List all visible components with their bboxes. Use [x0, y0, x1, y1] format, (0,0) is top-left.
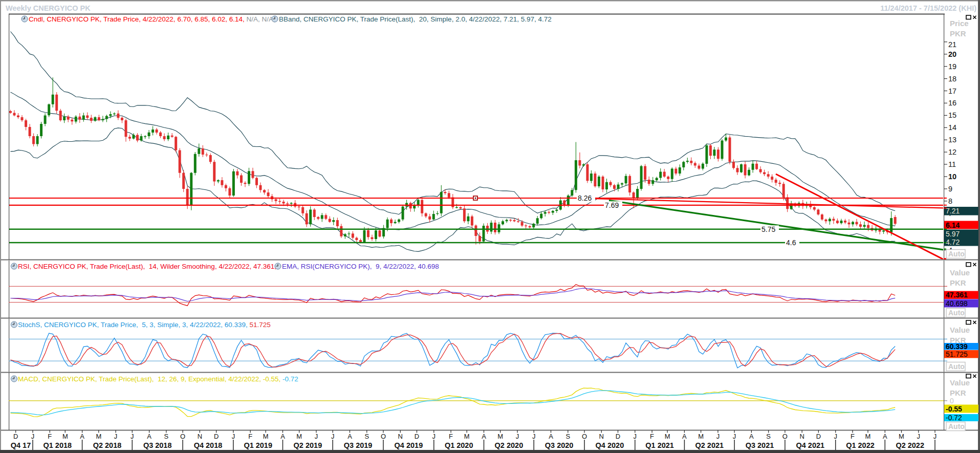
svg-text:Q4 2019: Q4 2019: [395, 441, 423, 449]
svg-text:F: F: [650, 433, 654, 440]
svg-text:7.21: 7.21: [946, 207, 960, 215]
svg-text:Auto: Auto: [948, 250, 965, 258]
svg-text:D: D: [816, 433, 821, 440]
svg-text:D: D: [415, 433, 419, 440]
svg-text:J: J: [733, 433, 736, 440]
svg-text:Auto: Auto: [948, 309, 965, 317]
svg-text:StochS, CNERGYICO PK, Trade Pr: StochS, CNERGYICO PK, Trade Price, 5, 3,…: [18, 321, 271, 329]
svg-text:A: A: [482, 433, 486, 440]
svg-text:20: 20: [948, 50, 956, 58]
svg-text:-0.55: -0.55: [946, 405, 962, 413]
svg-text:Q1 2018: Q1 2018: [43, 441, 72, 449]
svg-text:S: S: [565, 433, 570, 440]
svg-text:Q2 2022: Q2 2022: [896, 441, 924, 449]
svg-text:A: A: [347, 433, 352, 440]
svg-text:A: A: [883, 433, 887, 440]
svg-text:N: N: [398, 433, 403, 440]
svg-text:M: M: [665, 433, 670, 440]
svg-text:MACD, CNERGYICO PK, Trade Pric: MACD, CNERGYICO PK, Trade Price(Last), 1…: [18, 375, 298, 383]
svg-text:7.69: 7.69: [605, 201, 619, 209]
svg-text:15: 15: [948, 111, 956, 119]
svg-text:10: 10: [948, 172, 956, 181]
svg-text:F: F: [248, 433, 252, 440]
svg-text:F: F: [449, 433, 453, 440]
svg-text:12: 12: [948, 148, 956, 156]
svg-text:M: M: [296, 433, 302, 440]
svg-text:O: O: [381, 433, 386, 440]
svg-text:O: O: [180, 433, 185, 440]
svg-text:D: D: [13, 433, 18, 440]
svg-text:Q3 2020: Q3 2020: [545, 441, 574, 449]
svg-text:6.14: 6.14: [946, 221, 960, 229]
svg-text:17: 17: [948, 87, 956, 95]
svg-text:RSI, CNERGYICO PK, Trade Price: RSI, CNERGYICO PK, Trade Price(Last), 14…: [18, 263, 278, 270]
svg-text:J: J: [933, 433, 937, 440]
svg-text:M: M: [62, 433, 68, 440]
svg-text:14: 14: [948, 123, 956, 132]
svg-text:Q2 2019: Q2 2019: [294, 441, 322, 449]
svg-text:M: M: [96, 433, 101, 440]
svg-text:8: 8: [948, 197, 952, 205]
svg-text:J: J: [114, 433, 118, 440]
svg-text:Q2 2020: Q2 2020: [495, 441, 524, 449]
svg-text:J: J: [130, 433, 134, 440]
svg-text:D: D: [214, 433, 219, 440]
svg-text:Q3 2019: Q3 2019: [344, 441, 373, 449]
svg-text:Auto: Auto: [948, 422, 965, 430]
svg-text:J: J: [432, 433, 436, 440]
svg-text:18: 18: [948, 75, 956, 83]
svg-text:J: J: [917, 433, 921, 440]
svg-text:4.72: 4.72: [946, 238, 960, 246]
svg-text:J: J: [634, 433, 637, 440]
svg-text:Q3 2021: Q3 2021: [746, 441, 774, 449]
svg-text:S: S: [766, 433, 771, 440]
svg-text:J: J: [232, 433, 235, 440]
svg-text:M: M: [464, 433, 470, 440]
svg-text:Q1 2022: Q1 2022: [846, 441, 875, 449]
svg-text:N: N: [599, 433, 604, 440]
svg-text:J: J: [834, 433, 837, 440]
svg-text:F: F: [48, 433, 52, 440]
svg-text:EMA, RSI(CNERGYICO PK), 9, 4/: EMA, RSI(CNERGYICO PK), 9, 4/22/2022, 40…: [282, 263, 439, 270]
svg-text:Q1 2019: Q1 2019: [244, 441, 272, 449]
svg-text:A: A: [549, 433, 553, 440]
svg-text:Q2 2018: Q2 2018: [93, 441, 122, 449]
svg-text:19: 19: [948, 62, 956, 71]
svg-text:47.361: 47.361: [946, 291, 968, 299]
svg-text:O: O: [582, 433, 587, 440]
svg-text:N: N: [800, 433, 804, 440]
svg-text:4.6: 4.6: [786, 239, 796, 247]
svg-text:Value: Value: [950, 268, 970, 277]
svg-text:PKR: PKR: [950, 29, 966, 38]
svg-text:J: J: [716, 433, 720, 440]
svg-text:BBand, CNERGYICO PK, Trade Pri: BBand, CNERGYICO PK, Trade Price(Last), …: [279, 15, 552, 23]
svg-text:-0.72: -0.72: [946, 414, 962, 422]
svg-text:51.725: 51.725: [946, 350, 968, 358]
svg-text:A: A: [280, 433, 285, 440]
svg-text:40.698: 40.698: [946, 299, 968, 308]
svg-text:0: 0: [950, 397, 954, 405]
svg-text:9: 9: [948, 185, 952, 193]
svg-text:13: 13: [948, 136, 956, 144]
svg-text:60.339: 60.339: [946, 342, 968, 351]
svg-text:Price: Price: [950, 19, 969, 28]
svg-text:Q2 2021: Q2 2021: [695, 441, 724, 449]
svg-text:A: A: [682, 433, 687, 440]
svg-text:11: 11: [948, 160, 956, 168]
svg-text:A: A: [749, 433, 754, 440]
svg-text:D: D: [616, 433, 620, 440]
svg-text:Cndl, CNERGYICO PK, Trade Pric: Cndl, CNERGYICO PK, Trade Price, 4/22/20…: [29, 15, 275, 23]
svg-text:M: M: [263, 433, 269, 440]
svg-text:F: F: [851, 433, 855, 440]
svg-text:A: A: [80, 433, 84, 440]
svg-text:Q4 17: Q4 17: [11, 441, 31, 449]
svg-text:O: O: [782, 433, 788, 440]
svg-text:5.97: 5.97: [946, 230, 960, 238]
svg-text:PKR: PKR: [950, 278, 966, 287]
svg-text:16: 16: [948, 99, 956, 107]
svg-text:M: M: [865, 433, 871, 440]
svg-text:Q1 2020: Q1 2020: [445, 441, 473, 449]
svg-text:Q4 2020: Q4 2020: [596, 441, 624, 449]
svg-text:21: 21: [948, 40, 956, 49]
svg-text:J: J: [331, 433, 335, 440]
